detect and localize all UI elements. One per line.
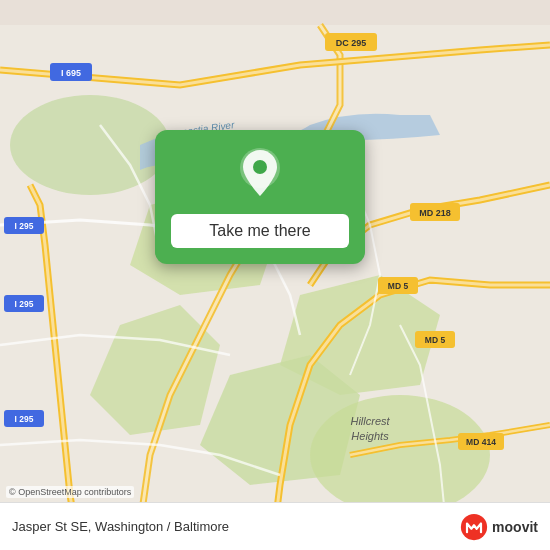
moovit-label: moovit — [492, 519, 538, 535]
svg-point-6 — [310, 395, 490, 515]
map-container: DC 295 I 695 I 295 I 295 I 295 MD 218 MD… — [0, 0, 550, 550]
svg-text:I 295: I 295 — [15, 221, 34, 231]
take-me-there-button[interactable]: Take me there — [171, 214, 349, 248]
svg-text:I 695: I 695 — [61, 68, 81, 78]
svg-text:MD 5: MD 5 — [425, 335, 446, 345]
svg-text:I 295: I 295 — [15, 299, 34, 309]
map-background: DC 295 I 695 I 295 I 295 I 295 MD 218 MD… — [0, 0, 550, 550]
svg-text:I 295: I 295 — [15, 414, 34, 424]
moovit-icon — [460, 513, 488, 541]
svg-text:MD 414: MD 414 — [466, 437, 496, 447]
address-label: Jasper St SE, Washington / Baltimore — [12, 519, 229, 534]
svg-text:Heights: Heights — [351, 430, 389, 442]
moovit-logo: moovit — [460, 513, 538, 541]
svg-text:MD 218: MD 218 — [419, 208, 451, 218]
svg-text:DC 295: DC 295 — [336, 38, 367, 48]
location-pin — [238, 148, 282, 204]
svg-text:MD 5: MD 5 — [388, 281, 409, 291]
bottom-bar: Jasper St SE, Washington / Baltimore moo… — [0, 502, 550, 550]
svg-point-29 — [253, 160, 267, 174]
osm-attribution: © OpenStreetMap contributors — [6, 486, 134, 498]
svg-text:Hillcrest: Hillcrest — [350, 415, 390, 427]
popup-card: Take me there — [155, 130, 365, 264]
